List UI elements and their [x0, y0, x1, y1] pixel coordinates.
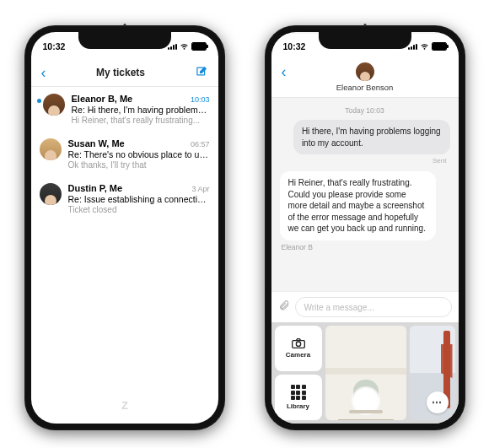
- notch: [78, 32, 171, 49]
- agent-name-label: Eleanor B: [282, 243, 449, 251]
- signal-icon: [408, 43, 417, 50]
- preview: Hi Reiner, that's really frustrating...: [72, 116, 210, 125]
- compose-button[interactable]: [196, 65, 208, 81]
- unread-indicator: [37, 99, 41, 103]
- avatar: [40, 183, 62, 205]
- sender: Dustin P, Me: [68, 183, 123, 193]
- subject: Re: There's no obvious place to up...: [68, 149, 210, 159]
- camera-label: Camera: [286, 351, 310, 359]
- phone-right: 10:32 ‹ Eleanor Benson Today 10:03 Hi th…: [265, 25, 465, 430]
- avatar[interactable]: [356, 62, 374, 81]
- contact-name: Eleanor Benson: [336, 83, 394, 92]
- library-button[interactable]: Library: [275, 375, 322, 420]
- ticket-row[interactable]: Eleanor B, Me 10:03 Re: Hi there, I'm ha…: [31, 87, 218, 132]
- grid-icon: [291, 385, 306, 400]
- message-input[interactable]: Write a message...: [295, 297, 452, 317]
- chat-body: Today 10:03 Hi there, I'm having problem…: [271, 98, 459, 291]
- ticket-row[interactable]: Susan W, Me 06:57 Re: There's no obvious…: [31, 132, 218, 176]
- subject: Re: Hi there, I'm having problems l...: [72, 105, 210, 115]
- notch: [319, 32, 411, 49]
- preview: Ok thanks, I'll try that: [68, 160, 210, 170]
- placeholder: Write a message...: [304, 303, 374, 312]
- svg-point-2: [296, 342, 300, 346]
- back-button[interactable]: ‹: [41, 65, 46, 80]
- battery-icon: [432, 42, 447, 51]
- avatar: [43, 94, 65, 116]
- timestamp: 3 Apr: [191, 185, 209, 193]
- subject: Re: Issue establishing a connection...: [68, 194, 210, 204]
- camera-icon: [292, 338, 305, 348]
- page-title: My tickets: [96, 67, 145, 78]
- battery-icon: [191, 42, 207, 51]
- signal-icon: [168, 43, 177, 50]
- sent-status: Sent: [283, 157, 447, 165]
- wifi-icon: [420, 42, 429, 51]
- preview: Ticket closed: [68, 205, 210, 214]
- status-time: 10:32: [283, 41, 306, 51]
- phone-left: 10:32 ‹ My tickets: [24, 25, 225, 430]
- timestamp: 10:03: [191, 95, 210, 104]
- user-message[interactable]: Hi there, I'm having problems logging in…: [293, 120, 450, 154]
- library-label: Library: [287, 402, 309, 410]
- sender: Eleanor B, Me: [72, 94, 133, 104]
- composer: Write a message...: [271, 291, 459, 322]
- camera-button[interactable]: Camera: [275, 326, 322, 371]
- date-label: Today 10:03: [280, 106, 450, 115]
- timestamp: 06:57: [191, 140, 210, 148]
- photo-thumbnail[interactable]: [325, 326, 407, 420]
- ticket-list: Eleanor B, Me 10:03 Re: Hi there, I'm ha…: [31, 87, 218, 424]
- photo-thumbnail[interactable]: ⋯: [410, 326, 454, 420]
- navbar: ‹ My tickets: [31, 59, 218, 87]
- wifi-icon: [180, 42, 189, 51]
- sender: Susan W, Me: [68, 138, 125, 148]
- avatar: [40, 138, 62, 160]
- ticket-row[interactable]: Dustin P, Me 3 Apr Re: Issue establishin…: [31, 176, 218, 221]
- zendesk-logo: Ζ: [121, 399, 127, 412]
- attachment-icon[interactable]: [278, 300, 290, 315]
- back-button[interactable]: ‹: [282, 64, 287, 79]
- chat-header: ‹ Eleanor Benson: [271, 59, 459, 98]
- attachment-tray: Camera Library ⋯: [271, 322, 459, 424]
- agent-message[interactable]: Hi Reiner, that's really frustrating. Co…: [280, 171, 437, 240]
- status-time: 10:32: [43, 41, 66, 51]
- shutter-button[interactable]: [353, 388, 379, 413]
- more-button[interactable]: ⋯: [427, 391, 449, 413]
